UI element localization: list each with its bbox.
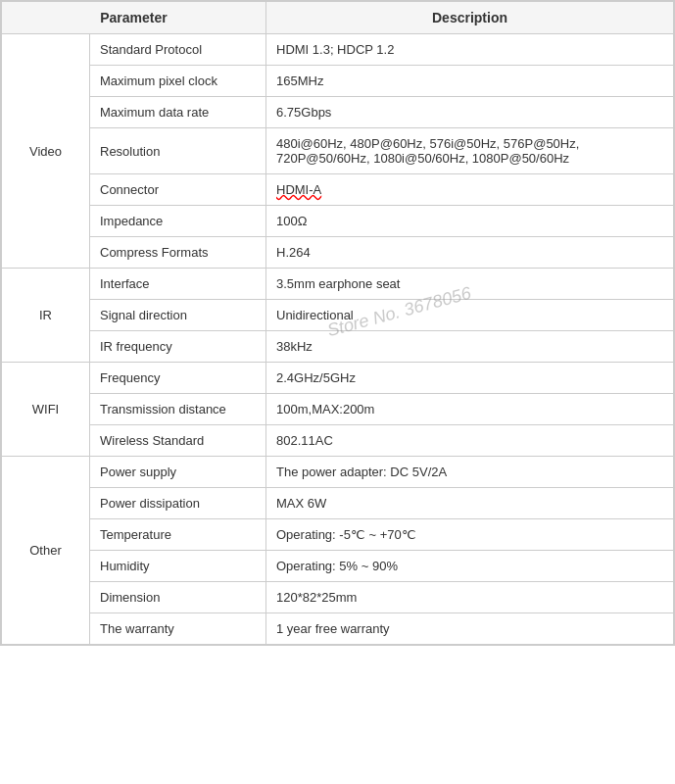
desc-cell: 38kHz xyxy=(266,331,674,363)
desc-cell: HDMI 1.3; HDCP 1.2 xyxy=(266,34,674,66)
table-row: Impedance100Ω xyxy=(2,206,674,237)
table-row: Transmission distance100m,MAX:200m xyxy=(2,394,674,425)
param-cell: The warranty xyxy=(90,613,266,645)
table-row: TemperatureOperating: -5℃ ~ +70℃ xyxy=(2,519,674,551)
desc-cell: 480i@60Hz, 480P@60Hz, 576i@50Hz, 576P@50… xyxy=(266,128,674,174)
param-cell: IR frequency xyxy=(90,331,266,363)
desc-cell: 120*82*25mm xyxy=(266,582,674,613)
table-row: HumidityOperating: 5% ~ 90% xyxy=(2,551,674,582)
desc-cell: 100m,MAX:200m xyxy=(266,394,674,425)
param-cell: Power dissipation xyxy=(90,488,266,519)
category-cell: WIFI xyxy=(2,363,90,457)
param-cell: Wireless Standard xyxy=(90,425,266,457)
desc-cell: H.264 xyxy=(266,237,674,269)
table-row: Power dissipationMAX 6W xyxy=(2,488,674,519)
table-row: IRInterface3.5mm earphone seat xyxy=(2,269,674,300)
param-cell: Resolution xyxy=(90,128,266,174)
param-cell: Maximum data rate xyxy=(90,97,266,128)
table-row: Resolution480i@60Hz, 480P@60Hz, 576i@50H… xyxy=(2,128,674,174)
table-row: Dimension120*82*25mm xyxy=(2,582,674,613)
category-cell: Other xyxy=(2,457,90,645)
desc-cell: 3.5mm earphone seat xyxy=(266,269,674,300)
param-cell: Power supply xyxy=(90,457,266,488)
desc-cell: 165MHz xyxy=(266,66,674,97)
spec-table-container: Parameter Description VideoStandard Prot… xyxy=(0,0,675,646)
desc-cell: 2.4GHz/5GHz xyxy=(266,363,674,394)
table-row: OtherPower supplyThe power adapter: DC 5… xyxy=(2,457,674,488)
desc-cell: HDMI-A xyxy=(266,174,674,206)
param-cell: Signal direction xyxy=(90,300,266,331)
param-cell: Frequency xyxy=(90,363,266,394)
param-cell: Dimension xyxy=(90,582,266,613)
desc-cell: 1 year free warranty xyxy=(266,613,674,645)
param-cell: Temperature xyxy=(90,519,266,551)
param-cell: Maximum pixel clock xyxy=(90,66,266,97)
desc-cell: 802.11AC xyxy=(266,425,674,457)
desc-cell: 6.75Gbps xyxy=(266,97,674,128)
desc-cell: Operating: -5℃ ~ +70℃ xyxy=(266,519,674,551)
table-row: WIFIFrequency2.4GHz/5GHz xyxy=(2,363,674,394)
param-cell: Impedance xyxy=(90,206,266,237)
param-cell: Interface xyxy=(90,269,266,300)
desc-cell: The power adapter: DC 5V/2A xyxy=(266,457,674,488)
desc-cell: Operating: 5% ~ 90% xyxy=(266,551,674,582)
table-row: Compress FormatsH.264 xyxy=(2,237,674,269)
param-cell: Connector xyxy=(90,174,266,206)
param-cell: Standard Protocol xyxy=(90,34,266,66)
table-row: Signal directionUnidirectionalStore No. … xyxy=(2,300,674,331)
table-row: Wireless Standard802.11AC xyxy=(2,425,674,457)
param-cell: Humidity xyxy=(90,551,266,582)
table-row: Maximum pixel clock165MHz xyxy=(2,66,674,97)
param-cell: Transmission distance xyxy=(90,394,266,425)
desc-cell: 100Ω xyxy=(266,206,674,237)
category-cell: Video xyxy=(2,34,90,269)
table-row: ConnectorHDMI-A xyxy=(2,174,674,206)
table-row: VideoStandard ProtocolHDMI 1.3; HDCP 1.2 xyxy=(2,34,674,66)
desc-cell: UnidirectionalStore No. 3678056 xyxy=(266,300,674,331)
header-description: Description xyxy=(266,2,674,34)
category-cell: IR xyxy=(2,269,90,363)
param-cell: Compress Formats xyxy=(90,237,266,269)
table-row: IR frequency38kHz xyxy=(2,331,674,363)
header-parameter: Parameter xyxy=(2,2,266,34)
desc-cell: MAX 6W xyxy=(266,488,674,519)
table-row: The warranty1 year free warranty xyxy=(2,613,674,645)
table-row: Maximum data rate6.75Gbps xyxy=(2,97,674,128)
